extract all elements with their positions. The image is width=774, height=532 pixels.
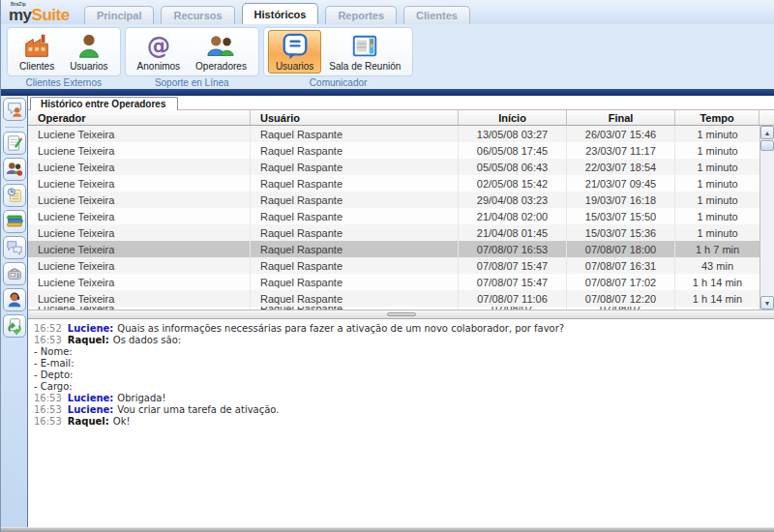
ribbon-group-label: Comunicador: [263, 76, 413, 89]
tab-clientes[interactable]: Clientes: [403, 6, 470, 24]
ribbon-group-clientes-externos: Clientes Usuarios Clientes Externos: [7, 27, 121, 89]
chat-line: - Cargo:: [34, 381, 768, 393]
table-row[interactable]: Luciene TeixeiraRaquel Raspante21/04/08 …: [28, 208, 759, 224]
ribbon-divider-bar: [1, 89, 774, 96]
tab-recursos[interactable]: Recursos: [161, 6, 234, 24]
sender-name: Raquel:: [68, 416, 109, 427]
table-header: Operador Usuário Início Final Tempo: [28, 110, 774, 126]
at-sign-icon: @: [144, 32, 173, 61]
column-header-inicio[interactable]: Início: [459, 110, 567, 125]
support-agent-icon: [6, 291, 23, 309]
table-row[interactable]: Luciene TeixeiraRaquel Raspante02/05/08 …: [28, 175, 759, 192]
sidebar-support-button[interactable]: [3, 288, 26, 311]
tab-historicos[interactable]: Históricos: [242, 3, 319, 24]
svg-text:@: @: [147, 32, 170, 60]
chat-line: 16:53Raquel:Os dados são:: [34, 335, 768, 346]
clientes-button[interactable]: Clientes: [12, 30, 62, 74]
operadores-button[interactable]: Operadores: [188, 30, 254, 74]
sidebar-chat-button[interactable]: [3, 236, 26, 259]
chat-bubbles-icon: [6, 239, 23, 256]
content-tab-bar: Histórico entre Operadores: [28, 96, 774, 110]
ribbon-group-comunicador: Usuarios Sala de Reunión Comunicador: [263, 27, 413, 89]
sidebar-user-chat-button[interactable]: [3, 98, 26, 121]
historico-entre-operadores-tab[interactable]: Histórico entre Operadores: [30, 97, 178, 110]
horizontal-splitter[interactable]: [28, 310, 774, 319]
users-group-icon: [6, 161, 23, 178]
chat-line: 16:53Raquel:Ok!: [34, 416, 768, 428]
table-row[interactable]: Luciene TeixeiraRaquel Raspante07/08/07 …: [28, 290, 759, 307]
table-row[interactable]: Luciene TeixeiraRaquel Raspante06/05/08 …: [28, 142, 759, 159]
scroll-thumb[interactable]: [760, 140, 774, 151]
usuarios-comunicador-button-label: Usuarios: [276, 61, 313, 72]
brand-label: mySuite: [9, 7, 84, 23]
column-header-operador[interactable]: Operador: [28, 110, 251, 125]
operadores-button-label: Operadores: [195, 61, 247, 72]
table-row[interactable]: Luciene TeixeiraRaquel Raspante29/04/08 …: [28, 192, 759, 208]
chat-line: - Depto:: [34, 369, 768, 381]
scroll-down-button[interactable]: ▼: [760, 296, 774, 310]
table-row-partial[interactable]: Luciene TeixeiraRaquel Raspante07/08/070…: [28, 307, 759, 310]
column-header-final[interactable]: Final: [567, 110, 675, 125]
table-row[interactable]: Luciene TeixeiraRaquel Raspante07/08/07 …: [28, 257, 759, 274]
anonimos-button-label: Anonimos: [137, 61, 180, 72]
sender-name: Raquel:: [68, 335, 109, 345]
sidebar-phone-button[interactable]: [3, 262, 26, 285]
sidebar-tasks-button[interactable]: [3, 132, 26, 155]
usuarios-externos-button-label: Usuarios: [70, 61, 107, 72]
table-row[interactable]: Luciene TeixeiraRaquel Raspante21/04/08 …: [28, 224, 759, 241]
bottom-status-bar: [1, 527, 774, 532]
phone-icon: [6, 265, 23, 282]
transfer-icon: [6, 317, 23, 335]
operators-icon: [206, 32, 235, 61]
nav-tabs: Principal Recursos Históricos Reportes C…: [84, 3, 470, 24]
scroll-track[interactable]: [760, 151, 774, 296]
table-vertical-scrollbar[interactable]: ▲ ▼: [759, 126, 774, 310]
notepad-edit-icon: [6, 134, 23, 152]
tab-reportes[interactable]: Reportes: [325, 6, 397, 24]
column-header-usuario[interactable]: Usuário: [251, 110, 459, 125]
anonimos-button[interactable]: @ Anonimos: [130, 30, 188, 74]
app-window: BraZip mySuite Principal Recursos Histór…: [0, 0, 774, 532]
usuarios-comunicador-button[interactable]: Usuarios: [268, 30, 321, 74]
user-green-icon: [74, 32, 104, 61]
user-chat-icon: [6, 101, 23, 118]
sender-name: Luciene:: [68, 404, 114, 415]
main-panel: Histórico entre Operadores Operador Usuá…: [28, 96, 774, 527]
factory-icon: [22, 32, 51, 61]
ribbon: Clientes Usuarios Clientes Externos @ An…: [1, 24, 774, 89]
app-logo: BraZip mySuite: [1, 0, 84, 24]
splitter-handle[interactable]: [387, 312, 416, 316]
ribbon-group-label: Soporte en Línea: [125, 76, 259, 89]
ribbon-group-label: Clientes Externos: [7, 76, 121, 89]
clientes-button-label: Clientes: [19, 61, 54, 72]
chat-line: - E-mail:: [34, 358, 768, 369]
sidebar-transfer-button[interactable]: [3, 314, 26, 338]
scroll-up-button[interactable]: ▲: [760, 126, 774, 139]
usuarios-externos-button[interactable]: Usuarios: [62, 30, 115, 74]
table-row-selected[interactable]: Luciene TeixeiraRaquel Raspante07/08/07 …: [28, 241, 759, 257]
sala-de-reunion-button-label: Sala de Reunión: [329, 61, 401, 72]
chat-line: - Nome:: [34, 346, 768, 358]
table-row[interactable]: Luciene TeixeiraRaquel Raspante05/05/08 …: [28, 159, 759, 175]
chat-transcript: 16:52Luciene:Quais as informações necess…: [28, 319, 774, 527]
books-icon: [6, 213, 23, 230]
meeting-room-icon: [350, 32, 379, 61]
top-bar: BraZip mySuite Principal Recursos Histór…: [1, 0, 774, 24]
sidebar-separator: [5, 127, 24, 128]
sidebar-library-button[interactable]: [3, 210, 26, 233]
chat-line: 16:53Luciene:Vou criar uma tarefa de ati…: [34, 404, 768, 416]
sidebar-schedule-button[interactable]: [3, 184, 26, 207]
table-row[interactable]: Luciene TeixeiraRaquel Raspante07/08/07 …: [28, 274, 759, 290]
sidebar-users-button[interactable]: [3, 158, 26, 181]
schedule-icon: [6, 187, 23, 204]
sender-name: Luciene:: [68, 393, 114, 403]
column-header-tempo[interactable]: Tempo: [675, 110, 759, 125]
ribbon-group-soporte-en-linea: @ Anonimos Operadores Soporte en Línea: [125, 27, 259, 89]
tab-principal[interactable]: Principal: [84, 6, 154, 24]
sala-de-reunion-button[interactable]: Sala de Reunión: [321, 30, 408, 74]
column-header-spacer: [759, 110, 774, 125]
chat-line: 16:53Luciene:Obrigada!: [34, 393, 768, 404]
table-row[interactable]: Luciene TeixeiraRaquel Raspante13/05/08 …: [28, 126, 759, 142]
sidebar: [1, 96, 28, 527]
chat-line: 16:52Luciene:Quais as informações necess…: [34, 323, 768, 335]
